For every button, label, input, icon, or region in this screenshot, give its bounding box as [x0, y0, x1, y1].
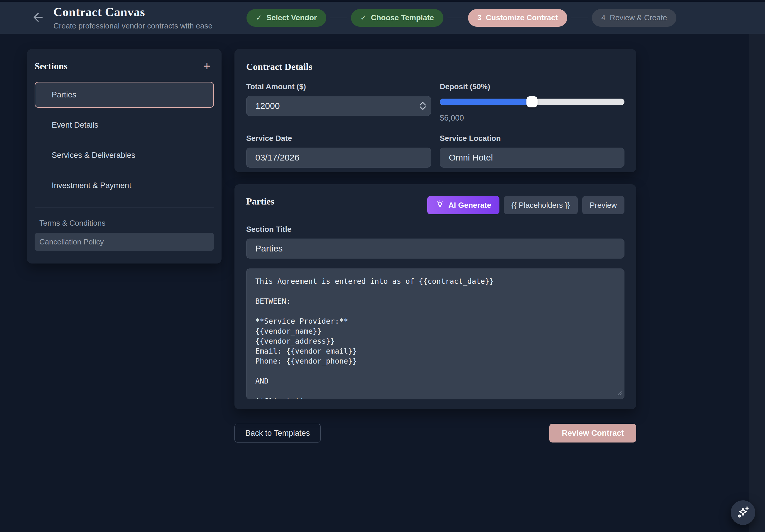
main-content: Contract Details Total Amount ($) Deposi…	[235, 49, 636, 442]
arrow-left-icon	[31, 11, 45, 25]
assistant-fab[interactable]	[731, 500, 755, 525]
placeholders-label: {{ Placeholders }}	[511, 201, 570, 210]
step-connector	[447, 18, 464, 18]
sidebar-item-label: Services & Deliverables	[52, 151, 135, 160]
deposit-field: Deposit (50%) $6,000	[440, 82, 625, 123]
plus-icon: +	[203, 59, 211, 73]
preview-button[interactable]: Preview	[582, 196, 624, 214]
ai-generate-button[interactable]: AI Generate	[427, 196, 499, 214]
review-contract-button[interactable]: Review Contract	[549, 424, 636, 442]
service-date-field: Service Date	[246, 134, 431, 168]
sidebar-item-label: Event Details	[52, 121, 98, 130]
sidebar-item-parties[interactable]: Parties	[35, 82, 214, 108]
back-button[interactable]	[29, 9, 47, 27]
section-title-label: Section Title	[246, 225, 624, 234]
deposit-label: Deposit (50%)	[440, 82, 625, 91]
sidebar-item-label: Terms & Conditions	[39, 219, 105, 228]
slider-track[interactable]	[440, 99, 625, 105]
sections-sidebar: Sections + Parties Event Details Service…	[27, 49, 222, 264]
add-section-button[interactable]: +	[201, 60, 213, 73]
section-list: Parties Event Details Services & Deliver…	[35, 82, 214, 198]
step-connector	[571, 18, 588, 18]
step-label: Select Vendor	[267, 13, 317, 22]
step-label: Customize Contract	[486, 13, 558, 22]
contract-details-title: Contract Details	[246, 61, 624, 72]
number-stepper[interactable]	[419, 102, 426, 110]
sidebar-divider	[35, 207, 214, 208]
page-subtitle: Create professional vendor contracts wit…	[53, 21, 230, 31]
service-date-input[interactable]	[246, 148, 431, 168]
sparkles-icon	[736, 506, 750, 520]
sidebar-item-cancellation-policy[interactable]: Cancellation Policy	[35, 233, 214, 251]
sidebar-item-services-deliverables[interactable]: Services & Deliverables	[35, 142, 214, 168]
sidebar-item-event-details[interactable]: Event Details	[35, 112, 214, 138]
total-amount-field: Total Amount ($)	[246, 82, 431, 123]
deposit-slider[interactable]	[440, 96, 625, 108]
page-title: Contract Canvas	[53, 5, 230, 19]
back-to-templates-button[interactable]: Back to Templates	[235, 424, 321, 442]
lightbulb-icon	[435, 200, 444, 211]
sidebar-item-label: Cancellation Policy	[39, 238, 104, 247]
check-icon: ✓	[256, 14, 262, 22]
service-location-label: Service Location	[440, 134, 625, 143]
deposit-amount: $6,000	[440, 114, 625, 123]
step-label: Choose Template	[371, 13, 434, 22]
step-number: 4	[601, 14, 605, 22]
step-select-vendor[interactable]: ✓ Select Vendor	[247, 9, 326, 27]
slider-thumb[interactable]	[526, 96, 537, 107]
deposit-slider-fill	[440, 99, 532, 105]
scrollbar-gutter[interactable]	[749, 34, 765, 532]
placeholders-button[interactable]: {{ Placeholders }}	[504, 196, 578, 214]
step-label: Review & Create	[610, 13, 667, 22]
ai-generate-label: AI Generate	[448, 201, 491, 210]
chevron-up-icon	[419, 102, 426, 106]
service-location-field: Service Location	[440, 134, 625, 168]
section-title-input[interactable]	[246, 239, 624, 259]
app-header: Contract Canvas Create professional vend…	[0, 2, 765, 34]
service-date-label: Service Date	[246, 134, 431, 143]
progress-stepper: ✓ Select Vendor ✓ Choose Template 3 Cust…	[247, 9, 676, 27]
sidebar-item-label: Parties	[52, 90, 76, 100]
sidebar-title: Sections	[35, 61, 68, 72]
step-review-create[interactable]: 4 Review & Create	[592, 9, 676, 27]
preview-label: Preview	[590, 201, 617, 210]
step-connector	[331, 18, 347, 18]
section-editor-title: Parties	[246, 196, 274, 207]
section-content-textarea[interactable]: This Agreement is entered into as of {{c…	[246, 268, 624, 399]
service-location-input[interactable]	[440, 148, 625, 168]
step-choose-template[interactable]: ✓ Choose Template	[351, 9, 443, 27]
section-editor-card: Parties AI Generate {{	[235, 184, 636, 409]
contract-details-card: Contract Details Total Amount ($) Deposi…	[235, 49, 636, 172]
total-amount-input[interactable]	[246, 96, 431, 116]
sidebar-item-investment-payment[interactable]: Investment & Payment	[35, 173, 214, 198]
sidebar-item-terms-conditions[interactable]: Terms & Conditions	[35, 215, 214, 231]
total-amount-label: Total Amount ($)	[246, 82, 431, 91]
step-number: 3	[477, 14, 481, 22]
chevron-down-icon	[419, 106, 426, 110]
check-icon: ✓	[361, 14, 367, 22]
step-customize-contract[interactable]: 3 Customize Contract	[468, 9, 567, 27]
sidebar-item-label: Investment & Payment	[52, 181, 132, 190]
